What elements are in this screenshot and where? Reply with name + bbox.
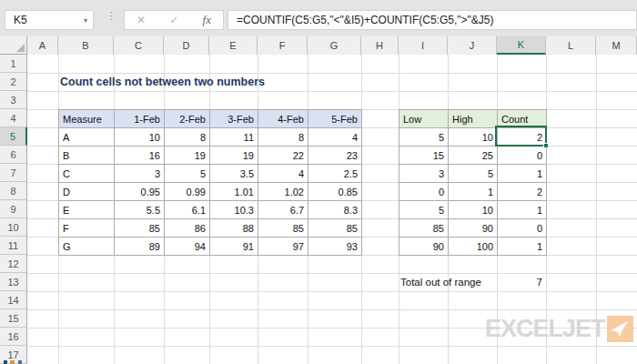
cell[interactable]: D (59, 183, 115, 201)
total-out-of-range-label[interactable]: Total out of range (400, 273, 481, 291)
row-header-1[interactable]: 1 (0, 55, 27, 73)
cell[interactable]: 1 (498, 238, 547, 256)
cell[interactable]: 0.95 (115, 183, 165, 201)
row-header-2[interactable]: 2 (0, 73, 27, 91)
cell[interactable]: 10 (449, 201, 498, 219)
cell[interactable]: 5.5 (115, 201, 165, 219)
cell[interactable]: 22 (258, 147, 308, 165)
formula-input[interactable]: =COUNTIF(C5:G5,"<"&I5)+COUNTIF(C5:G5,">"… (228, 10, 637, 30)
row-header-5[interactable]: 5 (0, 127, 27, 146)
cell[interactable]: 5 (399, 201, 449, 219)
cell[interactable]: 1 (498, 165, 547, 183)
cell[interactable]: 4 (258, 165, 308, 183)
header-cell-high[interactable]: High (449, 110, 498, 128)
total-out-of-range-value[interactable]: 7 (497, 273, 542, 291)
cell[interactable]: 2.5 (308, 165, 362, 183)
cell[interactable]: 85 (115, 219, 165, 238)
cell[interactable]: E (59, 201, 115, 219)
cell[interactable]: 0 (498, 147, 547, 165)
cell[interactable]: 8.3 (308, 201, 362, 219)
column-header-J[interactable]: J (448, 36, 497, 55)
title-cell[interactable]: Count cells not between two numbers (60, 73, 265, 91)
enter-icon[interactable]: ✓ (169, 14, 178, 26)
cell[interactable]: 11 (210, 128, 258, 147)
cell[interactable]: 8 (165, 128, 210, 147)
cell[interactable]: 0.85 (308, 183, 362, 201)
cell[interactable]: B (59, 147, 115, 165)
cell[interactable]: 10 (449, 128, 498, 147)
row-header-15[interactable]: 15 (0, 309, 27, 328)
cell[interactable]: 85 (399, 219, 449, 238)
cell[interactable]: 25 (449, 147, 498, 165)
cell[interactable]: 0.99 (165, 183, 210, 201)
cell[interactable]: 1 (449, 183, 498, 201)
column-header-I[interactable]: I (399, 36, 448, 55)
header-cell-5-feb[interactable]: 5-Feb (308, 110, 362, 128)
column-header-L[interactable]: L (546, 36, 596, 55)
header-cell-1-feb[interactable]: 1-Feb (115, 110, 165, 128)
cell[interactable]: 85 (258, 219, 308, 238)
cell[interactable]: 23 (308, 147, 362, 165)
cell[interactable]: C (59, 165, 115, 183)
column-header-E[interactable]: E (209, 36, 258, 55)
row-header-16[interactable]: 16 (0, 328, 27, 346)
name-box-dropdown-icon[interactable]: ▾ (84, 16, 87, 25)
cell[interactable]: 16 (115, 147, 165, 165)
cell[interactable]: 86 (165, 219, 210, 238)
select-all-button[interactable] (0, 36, 27, 55)
cell[interactable]: 19 (210, 147, 258, 165)
cell[interactable]: F (59, 219, 115, 238)
cell[interactable]: 1 (498, 201, 547, 219)
row-header-10[interactable]: 10 (0, 218, 27, 237)
header-cell-2-feb[interactable]: 2-Feb (165, 110, 210, 128)
column-header-D[interactable]: D (164, 36, 209, 55)
cell[interactable]: 6.1 (165, 201, 210, 219)
column-header-A[interactable]: A (27, 36, 58, 55)
cell[interactable]: 97 (258, 238, 308, 256)
column-header-G[interactable]: G (308, 36, 361, 55)
row-header-6[interactable]: 6 (0, 146, 27, 164)
cell[interactable]: 94 (165, 238, 210, 256)
row-header-3[interactable]: 3 (0, 91, 27, 109)
column-header-K[interactable]: K (497, 36, 546, 55)
row-header-9[interactable]: 9 (0, 200, 27, 218)
column-header-H[interactable]: H (361, 36, 399, 55)
cell[interactable]: 10 (115, 128, 165, 147)
cell[interactable]: 0 (498, 219, 547, 238)
row-header-7[interactable]: 7 (0, 164, 27, 182)
cell[interactable]: 85 (308, 219, 362, 238)
cancel-icon[interactable]: ✕ (136, 14, 146, 26)
fill-handle[interactable] (543, 143, 549, 148)
column-header-M[interactable]: M (596, 36, 637, 55)
row-header-4[interactable]: 4 (0, 109, 27, 127)
cell[interactable]: 88 (210, 219, 258, 238)
cell[interactable]: 5 (165, 165, 210, 183)
cell[interactable]: 90 (449, 219, 498, 238)
row-header-11[interactable]: 11 (0, 237, 27, 255)
cell[interactable]: 1.02 (258, 183, 308, 201)
cell[interactable]: 93 (308, 238, 362, 256)
cell[interactable]: 1.01 (210, 183, 258, 201)
cell[interactable]: 100 (449, 238, 498, 256)
header-cell-low[interactable]: Low (399, 110, 449, 128)
header-cell-measure[interactable]: Measure (59, 110, 115, 128)
cell[interactable]: 3 (115, 165, 165, 183)
cell[interactable]: 3.5 (210, 165, 258, 183)
name-box[interactable]: K5 ▾ (5, 10, 94, 30)
row-header-8[interactable]: 8 (0, 182, 27, 200)
cell[interactable]: G (59, 238, 115, 256)
cell[interactable]: 90 (399, 238, 449, 256)
column-header-B[interactable]: B (58, 36, 114, 55)
cell[interactable]: 15 (399, 147, 449, 165)
cell[interactable]: 6.7 (258, 201, 308, 219)
cell[interactable]: 89 (115, 238, 165, 256)
cell[interactable]: 0 (399, 183, 449, 201)
row-header-12[interactable]: 12 (0, 255, 27, 273)
cell[interactable]: 4 (308, 128, 362, 147)
cell[interactable]: 5 (399, 128, 449, 147)
row-header-13[interactable]: 13 (0, 273, 27, 291)
cell[interactable]: 91 (210, 238, 258, 256)
header-cell-3-feb[interactable]: 3-Feb (210, 110, 258, 128)
cell[interactable]: 5 (449, 165, 498, 183)
insert-function-icon[interactable]: fx (203, 13, 211, 27)
